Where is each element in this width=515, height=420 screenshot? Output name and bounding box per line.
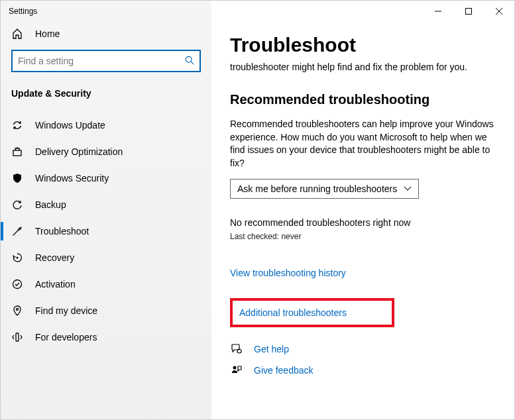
location-icon — [11, 305, 23, 316]
nav-label: Recovery — [35, 252, 74, 263]
wrench-icon — [11, 226, 23, 236]
get-help-icon — [230, 343, 243, 355]
settings-window: Settings Home Update & Security — [1, 1, 514, 419]
svg-point-7 — [17, 257, 19, 259]
nav-backup[interactable]: Backup — [1, 191, 211, 218]
dropdown-value: Ask me before running troubleshooters — [237, 184, 397, 194]
svg-point-12 — [233, 366, 237, 370]
history-link[interactable]: View troubleshooting history — [230, 268, 494, 278]
status-text: No recommended troubleshooters right now — [230, 217, 494, 228]
give-feedback-link[interactable]: Give feedback — [254, 365, 314, 376]
svg-point-4 — [186, 56, 192, 62]
search-icon — [185, 56, 194, 67]
developer-icon — [11, 332, 23, 342]
troubleshoot-preference-dropdown[interactable]: Ask me before running troubleshooters — [230, 179, 419, 199]
nav-label: Backup — [35, 199, 66, 210]
get-help-row: Get help — [230, 343, 494, 355]
nav-label: Delivery Optimization — [35, 146, 123, 157]
search-container — [1, 46, 211, 79]
search-box[interactable] — [11, 50, 201, 72]
app-title: Settings — [1, 7, 37, 16]
highlight-annotation: Additional troubleshooters — [230, 298, 394, 327]
search-input[interactable] — [18, 56, 185, 66]
additional-troubleshooters-link[interactable]: Additional troubleshooters — [233, 301, 392, 325]
feedback-icon — [230, 364, 243, 376]
recommended-heading: Recommended troubleshooting — [230, 92, 494, 107]
sync-icon — [11, 120, 23, 131]
nav-delivery-optimization[interactable]: Delivery Optimization — [1, 138, 211, 165]
svg-line-5 — [191, 62, 194, 64]
nav-find-my-device[interactable]: Find my device — [1, 297, 211, 324]
last-checked-text: Last checked: never — [230, 232, 494, 241]
nav-home-label: Home — [35, 28, 60, 39]
nav-recovery[interactable]: Recovery — [1, 244, 211, 271]
give-feedback-row: Give feedback — [230, 364, 494, 376]
maximize-button[interactable] — [453, 1, 484, 22]
content-pane: Troubleshoot troubleshooter might help f… — [211, 1, 514, 419]
nav-label: Activation — [35, 279, 76, 289]
recommended-description: Recommended troubleshooters can help imp… — [230, 118, 494, 170]
nav-label: Windows Security — [35, 173, 109, 184]
nav-home[interactable]: Home — [1, 22, 211, 46]
window-controls — [423, 1, 514, 22]
sidebar: Home Update & Security Windows Update — [1, 1, 211, 419]
shield-icon — [11, 173, 23, 184]
close-button[interactable] — [484, 1, 514, 22]
minimize-button[interactable] — [423, 1, 453, 22]
nav-for-developers[interactable]: For developers — [1, 324, 211, 350]
nav-label: Troubleshoot — [35, 226, 89, 236]
title-bar: Settings — [1, 1, 514, 22]
svg-point-8 — [13, 280, 22, 289]
recovery-icon — [11, 252, 23, 263]
nav-list: Windows Update Delivery Optimization Win… — [1, 112, 211, 350]
chevron-down-icon — [404, 185, 412, 193]
svg-point-9 — [17, 309, 19, 311]
nav-label: Find my device — [35, 305, 97, 316]
nav-activation[interactable]: Activation — [1, 271, 211, 297]
nav-label: For developers — [35, 332, 97, 342]
svg-rect-1 — [466, 9, 472, 15]
nav-windows-security[interactable]: Windows Security — [1, 165, 211, 191]
nav-label: Windows Update — [35, 120, 105, 131]
svg-rect-10 — [16, 333, 19, 341]
page-heading: Troubleshoot — [230, 34, 494, 56]
svg-rect-6 — [13, 150, 21, 156]
sidebar-section-title: Update & Security — [1, 79, 211, 108]
home-icon — [11, 28, 23, 39]
intro-text: troubleshooter might help find and fix t… — [230, 62, 494, 72]
check-circle-icon — [11, 279, 23, 289]
nav-windows-update[interactable]: Windows Update — [1, 112, 211, 138]
delivery-icon — [11, 146, 23, 157]
get-help-link[interactable]: Get help — [254, 344, 289, 354]
backup-icon — [11, 199, 23, 210]
nav-troubleshoot[interactable]: Troubleshoot — [1, 218, 211, 244]
